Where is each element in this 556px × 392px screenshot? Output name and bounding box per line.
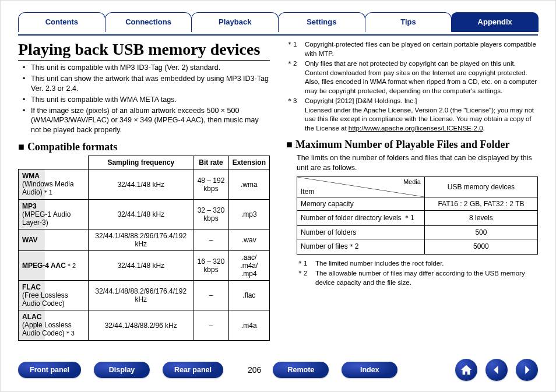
col-extension: Extension xyxy=(228,156,269,169)
limits-table: Media Item USB memory devices Memory cap… xyxy=(297,176,538,255)
table-row: FLAC(Free Lossless Audio Codec)32/44.1/4… xyxy=(19,281,270,310)
table-row: MP3(MPEG-1 Audio Layer-3)32/44.1/48 kHz3… xyxy=(19,200,270,229)
right-column: ＊1Copyright-protected files can be playe… xyxy=(286,38,538,341)
table-cell: 48 – 192 kbps xyxy=(193,169,228,200)
limits-item-cell: Number of folders xyxy=(297,225,425,239)
next-icon[interactable] xyxy=(516,359,538,381)
tab-playback[interactable]: Playback xyxy=(191,12,279,32)
table-row: Number of folder directory levels ＊18 le… xyxy=(297,210,538,225)
footnote: ＊2The allowable number of files may diff… xyxy=(297,269,538,287)
limits-item-cell: Number of files＊2 xyxy=(297,239,425,254)
tab-tips[interactable]: Tips xyxy=(365,12,452,32)
table-cell: .aac/ .m4a/ .mp4 xyxy=(228,251,269,281)
max-intro: The limits on the number of folders and … xyxy=(286,153,538,173)
top-footnotes: ＊1Copyright-protected files can be playe… xyxy=(286,40,538,133)
table-row: ALAC(Apple Lossless Audio Codec)＊332/44.… xyxy=(19,310,270,341)
table-cell: – xyxy=(193,310,228,341)
license-link[interactable]: http://www.apache.org/licenses/LICENSE-2… xyxy=(349,125,483,132)
table-cell: – xyxy=(193,281,228,310)
bottom-bar: Front panel Display Rear panel 206 Remot… xyxy=(18,359,538,381)
intro-bullet: If the image size (pixels) of an album a… xyxy=(26,106,270,136)
prev-icon[interactable] xyxy=(485,359,508,381)
limits-value-cell: 5000 xyxy=(424,239,537,254)
table-cell: 16 – 320 kbps xyxy=(193,251,228,281)
table-cell: .flac xyxy=(228,281,269,310)
table-cell: .m4a xyxy=(228,310,269,341)
tab-divider xyxy=(18,34,538,36)
limits-item-cell: Memory capacity xyxy=(297,197,425,210)
footnote: ＊1The limited number includes the root f… xyxy=(297,259,538,269)
tab-settings[interactable]: Settings xyxy=(278,12,365,32)
format-name-cell: ALAC(Apple Lossless Audio Codec)＊3 xyxy=(19,310,89,341)
table-cell: .wav xyxy=(228,229,269,251)
table-cell: 32/44.1/48 kHz xyxy=(89,169,193,200)
intro-list: This unit is compatible with MP3 ID3-Tag… xyxy=(18,63,270,135)
limits-header-media: Media xyxy=(403,178,421,185)
footnote: ＊3Copyright [2012] [D&M Holdings. Inc.] … xyxy=(286,97,538,133)
table-cell: .wma xyxy=(228,169,269,200)
table-cell: 32/44.1/48/88.2/96 kHz xyxy=(89,310,193,341)
rear-panel-button[interactable]: Rear panel xyxy=(163,362,223,378)
table-cell: – xyxy=(193,229,228,251)
intro-bullet: This unit is compatible with MP3 ID3-Tag… xyxy=(26,63,270,73)
index-button[interactable]: Index xyxy=(342,362,397,378)
tab-connections[interactable]: Connections xyxy=(105,12,192,32)
format-name-cell: MPEG-4 AAC＊2 xyxy=(19,251,89,281)
remote-button[interactable]: Remote xyxy=(273,362,329,378)
intro-bullet: This unit is compatible with WMA META ta… xyxy=(26,95,270,105)
page-title: Playing back USB memory devices xyxy=(18,40,270,61)
table-cell: 32/44.1/48 kHz xyxy=(89,251,193,281)
intro-bullet: This unit can show the artwork that was … xyxy=(26,74,270,94)
table-cell: .mp3 xyxy=(228,200,269,229)
table-cell: 32/44.1/48 kHz xyxy=(89,200,193,229)
home-icon[interactable] xyxy=(455,359,477,381)
section-compatible: Compatible formats xyxy=(18,141,270,153)
limits-header-value: USB memory devices xyxy=(424,176,537,197)
table-row: Memory capacityFAT16 : 2 GB, FAT32 : 2 T… xyxy=(297,197,538,210)
section-maximum: Maximum Number of Playable Files and Fol… xyxy=(286,139,538,151)
format-name-cell: MP3(MPEG-1 Audio Layer-3) xyxy=(19,200,89,229)
front-panel-button[interactable]: Front panel xyxy=(18,362,81,378)
col-sampling: Sampling frequency xyxy=(89,156,193,169)
footnote: ＊2Only files that are not protected by c… xyxy=(286,59,538,96)
display-button[interactable]: Display xyxy=(94,362,150,378)
table-row: Number of folders500 xyxy=(297,225,538,239)
table-cell: 32 – 320 kbps xyxy=(193,200,228,229)
limits-value-cell: 8 levels xyxy=(424,210,537,225)
limits-footnotes: ＊1The limited number includes the root f… xyxy=(286,259,538,288)
table-cell: 32/44.1/48/88.2/96/176.4/192 kHz xyxy=(89,281,193,310)
format-name-cell: WMA(Windows Media Audio)＊1 xyxy=(19,169,89,200)
formats-table: Sampling frequency Bit rate Extension WM… xyxy=(18,156,270,341)
limits-header-item: Item xyxy=(301,188,314,196)
left-column: Playing back USB memory devices This uni… xyxy=(18,38,270,341)
format-name-cell: FLAC(Free Lossless Audio Codec) xyxy=(19,281,89,310)
top-tabs: Contents Connections Playback Settings T… xyxy=(18,11,538,31)
limits-item-cell: Number of folder directory levels ＊1 xyxy=(297,210,425,225)
table-cell: 32/44.1/48/88.2/96/176.4/192 kHz xyxy=(89,229,193,251)
table-row: WAV32/44.1/48/88.2/96/176.4/192 kHz–.wav xyxy=(19,229,270,251)
footnote: ＊1Copyright-protected files can be playe… xyxy=(286,40,538,58)
table-row: MPEG-4 AAC＊232/44.1/48 kHz16 – 320 kbps.… xyxy=(19,251,270,281)
table-row: WMA(Windows Media Audio)＊132/44.1/48 kHz… xyxy=(19,169,270,200)
format-name-cell: WAV xyxy=(19,229,89,251)
limits-value-cell: FAT16 : 2 GB, FAT32 : 2 TB xyxy=(424,197,537,210)
table-row: Number of files＊25000 xyxy=(297,239,538,254)
limits-value-cell: 500 xyxy=(424,225,537,239)
col-bitrate: Bit rate xyxy=(193,156,228,169)
tab-contents[interactable]: Contents xyxy=(18,12,105,32)
page-number: 206 xyxy=(248,365,261,375)
tab-appendix[interactable]: Appendix xyxy=(451,12,539,32)
